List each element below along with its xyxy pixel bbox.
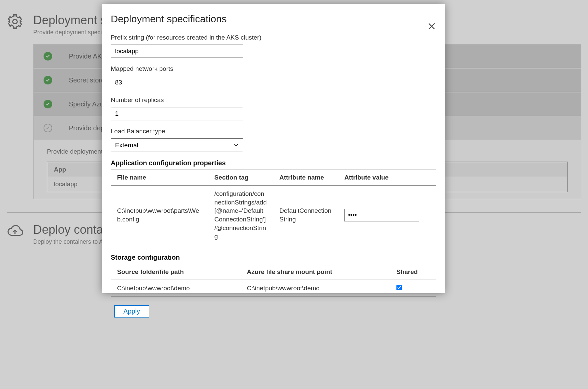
replicas-label: Number of replicas [111,96,436,104]
col-attrname: Attribute name [273,170,338,186]
attribute-value-input[interactable] [344,209,419,221]
col-section: Section tag [209,170,273,186]
col-filename: File name [111,170,209,186]
shared-checkbox[interactable] [396,285,402,290]
prefix-input[interactable] [111,45,243,58]
loadbalancer-label: Load Balancer type [111,128,436,135]
prefix-label: Prefix string (for resources created in … [111,34,436,41]
replicas-input[interactable] [111,107,243,120]
close-icon [427,22,436,31]
cell-shared [390,280,436,297]
apply-button[interactable]: Apply [114,305,149,318]
loadbalancer-field-group: Load Balancer type External [111,128,436,152]
close-button[interactable] [427,22,437,32]
table-row: C:\inetpub\wwwroot\parts\Web.config /con… [111,186,436,245]
ports-field-group: Mapped network ports [111,65,436,89]
table-row: C:\inetpub\wwwroot\demo C:\inetpub\wwwro… [111,280,436,297]
storage-heading: Storage configuration [111,254,436,261]
cell-filename: C:\inetpub\wwwroot\parts\Web.config [111,186,209,245]
cell-attrval [338,186,436,245]
col-shared: Shared [390,264,436,280]
deployment-spec-modal: Deployment specifications Prefix string … [102,4,445,293]
replicas-field-group: Number of replicas [111,96,436,120]
ports-input[interactable] [111,76,243,89]
prefix-field-group: Prefix string (for resources created in … [111,34,436,58]
cell-section: /configuration/connectionStrings/add[@na… [209,186,273,245]
app-config-table: File name Section tag Attribute name Att… [111,170,436,245]
storage-config-table: Source folder/file path Azure file share… [111,264,436,297]
modal-title: Deployment specifications [111,13,436,25]
col-mount: Azure file share mount point [241,264,390,280]
col-attrval: Attribute value [338,170,436,186]
cell-mount: C:\inetpub\wwwroot\demo [241,280,390,297]
cell-attrname: DefaultConnectionString [273,186,338,245]
col-source: Source folder/file path [111,264,241,280]
ports-label: Mapped network ports [111,65,436,72]
cell-source: C:\inetpub\wwwroot\demo [111,280,241,297]
loadbalancer-select[interactable]: External [111,138,243,152]
app-config-heading: Application configuration properties [111,159,436,167]
